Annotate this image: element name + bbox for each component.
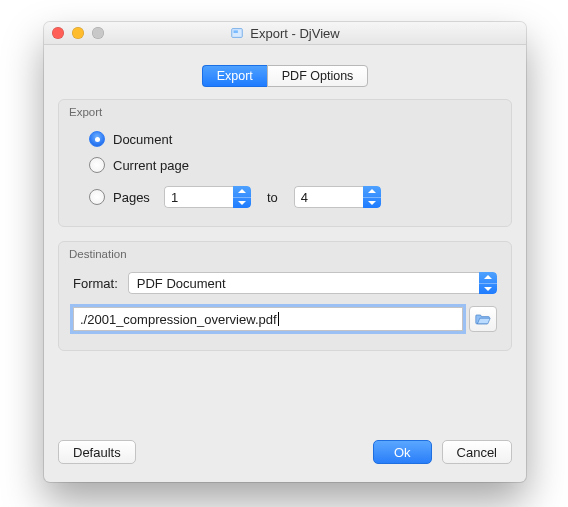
pages-from-stepper[interactable]: 1 bbox=[164, 186, 251, 208]
radio-pages-row: Pages 1 to 4 bbox=[89, 186, 497, 208]
window-title-text: Export - DjView bbox=[250, 26, 339, 41]
pages-to-stepper[interactable]: 4 bbox=[294, 186, 381, 208]
titlebar: Export - DjView bbox=[44, 22, 526, 45]
ok-button-label: Ok bbox=[394, 445, 411, 460]
radio-current-page-row[interactable]: Current page bbox=[89, 154, 497, 176]
format-select[interactable]: PDF Document bbox=[128, 272, 497, 294]
zoom-icon bbox=[92, 27, 104, 39]
dialog-content: Export PDF Options Export Document Curre… bbox=[44, 45, 526, 379]
ok-button[interactable]: Ok bbox=[373, 440, 432, 464]
export-dialog: Export - DjView Export PDF Options Expor… bbox=[44, 22, 526, 482]
destination-path-input[interactable]: ./2001_compression_overview.pdf bbox=[73, 307, 463, 331]
dialog-footer: Defaults Ok Cancel bbox=[58, 440, 512, 464]
export-group: Export Document Current page Pages 1 bbox=[58, 99, 512, 227]
format-value: PDF Document bbox=[128, 272, 479, 294]
chevron-down-icon[interactable] bbox=[363, 198, 381, 209]
destination-group: Destination Format: PDF Document ./2001_… bbox=[58, 241, 512, 351]
tab-pdf-options[interactable]: PDF Options bbox=[267, 65, 369, 87]
pages-from-value[interactable]: 1 bbox=[164, 186, 233, 208]
destination-group-label: Destination bbox=[69, 248, 127, 260]
tab-export[interactable]: Export bbox=[202, 65, 267, 87]
export-group-label: Export bbox=[69, 106, 102, 118]
chevron-up-icon bbox=[479, 272, 497, 284]
defaults-button[interactable]: Defaults bbox=[58, 440, 136, 464]
radio-document-row[interactable]: Document bbox=[89, 128, 497, 150]
svg-rect-1 bbox=[234, 30, 238, 33]
text-caret bbox=[278, 312, 279, 326]
format-label: Format: bbox=[73, 276, 118, 291]
pages-to-label: to bbox=[267, 190, 278, 205]
chevron-up-icon[interactable] bbox=[363, 186, 381, 198]
pages-to-step-buttons[interactable] bbox=[363, 186, 381, 208]
chevron-down-icon bbox=[479, 284, 497, 295]
radio-pages[interactable] bbox=[89, 189, 105, 205]
radio-current-page[interactable] bbox=[89, 157, 105, 173]
tab-bar: Export PDF Options bbox=[58, 65, 512, 87]
cancel-button[interactable]: Cancel bbox=[442, 440, 512, 464]
browse-button[interactable] bbox=[469, 306, 497, 332]
cancel-button-label: Cancel bbox=[457, 445, 497, 460]
format-select-button[interactable] bbox=[479, 272, 497, 294]
radio-document[interactable] bbox=[89, 131, 105, 147]
pages-to-value[interactable]: 4 bbox=[294, 186, 363, 208]
radio-document-label: Document bbox=[113, 132, 172, 147]
radio-current-page-label: Current page bbox=[113, 158, 189, 173]
folder-open-icon bbox=[475, 313, 491, 325]
chevron-up-icon[interactable] bbox=[233, 186, 251, 198]
app-icon bbox=[230, 26, 244, 40]
minimize-icon[interactable] bbox=[72, 27, 84, 39]
pages-from-step-buttons[interactable] bbox=[233, 186, 251, 208]
close-icon[interactable] bbox=[52, 27, 64, 39]
tab-export-label: Export bbox=[217, 69, 253, 83]
window-title: Export - DjView bbox=[230, 26, 339, 41]
radio-pages-label: Pages bbox=[113, 190, 150, 205]
window-controls bbox=[52, 27, 104, 39]
destination-path-value: ./2001_compression_overview.pdf bbox=[80, 312, 277, 327]
tab-pdf-options-label: PDF Options bbox=[282, 69, 354, 83]
chevron-down-icon[interactable] bbox=[233, 198, 251, 209]
defaults-button-label: Defaults bbox=[73, 445, 121, 460]
